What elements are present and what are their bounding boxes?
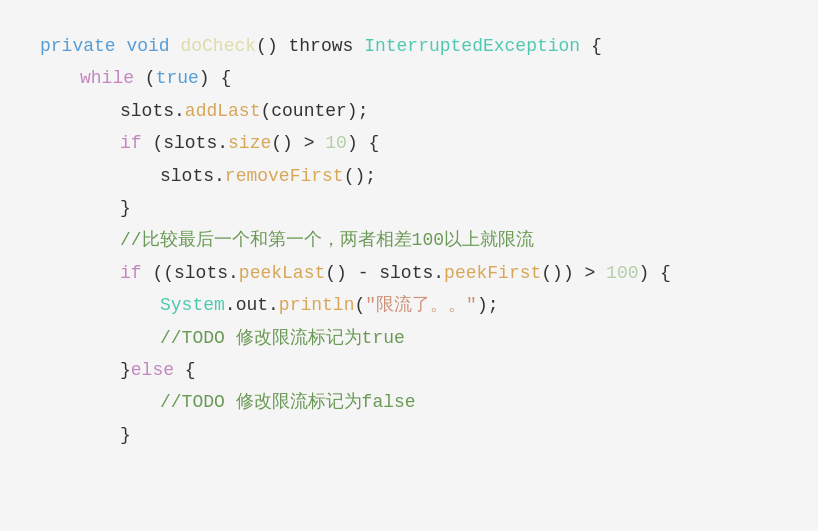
code-token: } <box>120 354 131 386</box>
code-token: removeFirst <box>225 160 344 192</box>
code-token: //TODO 修改限流标记为false <box>160 386 416 418</box>
code-token: . <box>214 160 225 192</box>
code-line: private void doCheck() throws Interrupte… <box>40 30 778 62</box>
code-token: out <box>236 289 268 321</box>
code-token: . <box>268 289 279 321</box>
code-token: doCheck <box>180 30 256 62</box>
code-token: ((slots. <box>142 257 239 289</box>
code-line: //TODO 修改限流标记为false <box>40 386 778 418</box>
code-token <box>353 30 364 62</box>
code-token: } <box>120 419 131 451</box>
code-token: () <box>256 30 288 62</box>
code-token: size <box>228 127 271 159</box>
code-token: System <box>160 289 225 321</box>
code-line: while (true) { <box>40 62 778 94</box>
code-line: slots.removeFirst(); <box>40 160 778 192</box>
code-token: if <box>120 257 142 289</box>
code-token: true <box>156 62 199 94</box>
code-token: slots <box>160 160 214 192</box>
code-token: . <box>225 289 236 321</box>
code-token: InterruptedException <box>364 30 580 62</box>
code-token: peekFirst <box>444 257 541 289</box>
code-token: (counter); <box>260 95 368 127</box>
code-token <box>116 30 127 62</box>
code-token: ); <box>477 289 499 321</box>
code-token: } <box>120 192 131 224</box>
code-line: //比较最后一个和第一个，两者相差100以上就限流 <box>40 224 778 256</box>
code-line: }else { <box>40 354 778 386</box>
code-token: addLast <box>185 95 261 127</box>
code-token: peekLast <box>239 257 325 289</box>
code-token: else <box>131 354 174 386</box>
code-token: ) { <box>347 127 379 159</box>
code-line: } <box>40 192 778 224</box>
code-token: //比较最后一个和第一个，两者相差100以上就限流 <box>120 224 534 256</box>
code-token: while <box>80 62 134 94</box>
code-token: 100 <box>606 257 638 289</box>
code-line: if (slots.size() > 10) { <box>40 127 778 159</box>
code-token: throws <box>289 30 354 62</box>
code-token: (slots. <box>142 127 228 159</box>
code-token: () - slots. <box>325 257 444 289</box>
code-token: private <box>40 30 116 62</box>
code-token: ) { <box>639 257 671 289</box>
code-token: ()) > <box>541 257 606 289</box>
code-line: if ((slots.peekLast() - slots.peekFirst(… <box>40 257 778 289</box>
code-token: ( <box>354 289 365 321</box>
code-token: void <box>126 30 169 62</box>
code-line: } <box>40 419 778 451</box>
code-token <box>170 30 181 62</box>
code-token: ( <box>134 62 156 94</box>
code-token: . <box>174 95 185 127</box>
code-token: (); <box>344 160 376 192</box>
code-token: //TODO 修改限流标记为true <box>160 322 405 354</box>
code-token: { <box>174 354 196 386</box>
code-token: { <box>580 30 602 62</box>
code-editor: private void doCheck() throws Interrupte… <box>40 20 778 461</box>
code-line: slots.addLast(counter); <box>40 95 778 127</box>
code-token: 10 <box>325 127 347 159</box>
code-token: ) { <box>199 62 231 94</box>
code-line: System.out.println("限流了。。"); <box>40 289 778 321</box>
code-token: slots <box>120 95 174 127</box>
code-token: if <box>120 127 142 159</box>
code-token: "限流了。。" <box>365 289 477 321</box>
code-token: () > <box>271 127 325 159</box>
code-line: //TODO 修改限流标记为true <box>40 322 778 354</box>
code-token: println <box>279 289 355 321</box>
